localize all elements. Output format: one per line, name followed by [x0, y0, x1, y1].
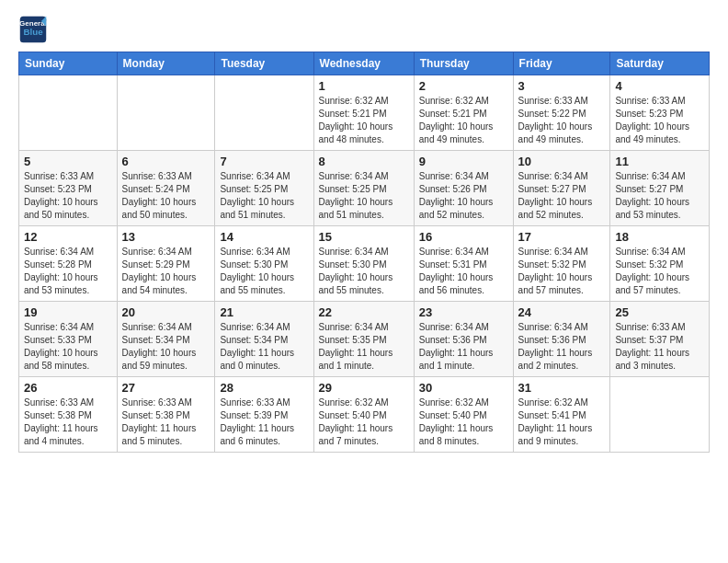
calendar-cell: 8Sunrise: 6:34 AMSunset: 5:25 PMDaylight…	[313, 151, 414, 226]
day-number: 13	[122, 230, 210, 244]
weekday-header-wednesday: Wednesday	[313, 52, 414, 75]
calendar-cell: 5Sunrise: 6:33 AMSunset: 5:23 PMDaylight…	[19, 151, 118, 226]
weekday-header-saturday: Saturday	[610, 52, 710, 75]
cell-info: Sunrise: 6:34 AMSunset: 5:30 PMDaylight:…	[220, 246, 308, 297]
week-row-1: 1Sunrise: 6:32 AMSunset: 5:21 PMDaylight…	[19, 75, 710, 151]
calendar-cell: 28Sunrise: 6:33 AMSunset: 5:39 PMDayligh…	[215, 377, 313, 453]
calendar-cell: 4Sunrise: 6:33 AMSunset: 5:23 PMDaylight…	[610, 75, 710, 151]
cell-info: Sunrise: 6:33 AMSunset: 5:24 PMDaylight:…	[122, 170, 210, 222]
week-row-5: 26Sunrise: 6:33 AMSunset: 5:38 PMDayligh…	[19, 377, 710, 453]
calendar-cell: 18Sunrise: 6:34 AMSunset: 5:32 PMDayligh…	[610, 226, 710, 302]
calendar-table: SundayMondayTuesdayWednesdayThursdayFrid…	[18, 52, 710, 453]
cell-info: Sunrise: 6:32 AMSunset: 5:40 PMDaylight:…	[419, 396, 508, 448]
cell-info: Sunrise: 6:34 AMSunset: 5:35 PMDaylight:…	[319, 321, 409, 373]
calendar-cell	[117, 75, 215, 151]
cell-info: Sunrise: 6:34 AMSunset: 5:32 PMDaylight:…	[615, 246, 704, 297]
day-number: 29	[319, 381, 409, 395]
cell-info: Sunrise: 6:34 AMSunset: 5:33 PMDaylight:…	[24, 321, 112, 373]
cell-info: Sunrise: 6:33 AMSunset: 5:39 PMDaylight:…	[220, 396, 308, 448]
day-number: 25	[615, 305, 704, 319]
calendar-cell: 12Sunrise: 6:34 AMSunset: 5:28 PMDayligh…	[19, 226, 118, 302]
calendar-header-row: SundayMondayTuesdayWednesdayThursdayFrid…	[19, 52, 710, 75]
day-number: 16	[419, 230, 508, 244]
cell-info: Sunrise: 6:34 AMSunset: 5:36 PMDaylight:…	[419, 321, 508, 373]
day-number: 30	[419, 381, 508, 395]
calendar-cell: 6Sunrise: 6:33 AMSunset: 5:24 PMDaylight…	[117, 151, 215, 226]
day-number: 7	[220, 155, 308, 168]
cell-info: Sunrise: 6:34 AMSunset: 5:29 PMDaylight:…	[122, 246, 210, 297]
calendar-cell: 7Sunrise: 6:34 AMSunset: 5:25 PMDaylight…	[215, 151, 313, 226]
calendar-cell: 31Sunrise: 6:32 AMSunset: 5:41 PMDayligh…	[513, 377, 610, 453]
cell-info: Sunrise: 6:33 AMSunset: 5:38 PMDaylight:…	[24, 396, 112, 448]
calendar-cell: 20Sunrise: 6:34 AMSunset: 5:34 PMDayligh…	[117, 302, 215, 377]
day-number: 19	[24, 305, 112, 319]
cell-info: Sunrise: 6:33 AMSunset: 5:23 PMDaylight:…	[24, 170, 112, 222]
cell-info: Sunrise: 6:33 AMSunset: 5:22 PMDaylight:…	[518, 95, 606, 146]
day-number: 17	[518, 230, 606, 244]
day-number: 22	[319, 305, 409, 319]
calendar-cell: 24Sunrise: 6:34 AMSunset: 5:36 PMDayligh…	[513, 302, 610, 377]
calendar-cell: 13Sunrise: 6:34 AMSunset: 5:29 PMDayligh…	[117, 226, 215, 302]
day-number: 10	[518, 155, 606, 168]
cell-info: Sunrise: 6:34 AMSunset: 5:34 PMDaylight:…	[220, 321, 308, 373]
logo-icon: General Blue	[18, 15, 48, 44]
calendar-cell: 3Sunrise: 6:33 AMSunset: 5:22 PMDaylight…	[513, 75, 610, 151]
page-header: General Blue	[18, 15, 710, 44]
cell-info: Sunrise: 6:34 AMSunset: 5:26 PMDaylight:…	[419, 170, 508, 222]
day-number: 12	[24, 230, 112, 244]
cell-info: Sunrise: 6:34 AMSunset: 5:36 PMDaylight:…	[518, 321, 606, 373]
weekday-header-friday: Friday	[513, 52, 610, 75]
calendar-cell: 29Sunrise: 6:32 AMSunset: 5:40 PMDayligh…	[313, 377, 414, 453]
week-row-3: 12Sunrise: 6:34 AMSunset: 5:28 PMDayligh…	[19, 226, 710, 302]
day-number: 8	[319, 155, 409, 168]
svg-text:Blue: Blue	[23, 27, 43, 37]
calendar-cell	[19, 75, 118, 151]
calendar-cell: 23Sunrise: 6:34 AMSunset: 5:36 PMDayligh…	[414, 302, 513, 377]
day-number: 24	[518, 305, 606, 319]
calendar-cell: 9Sunrise: 6:34 AMSunset: 5:26 PMDaylight…	[414, 151, 513, 226]
calendar-cell: 27Sunrise: 6:33 AMSunset: 5:38 PMDayligh…	[117, 377, 215, 453]
day-number: 11	[615, 155, 704, 168]
cell-info: Sunrise: 6:34 AMSunset: 5:25 PMDaylight:…	[319, 170, 409, 222]
day-number: 27	[122, 381, 210, 395]
day-number: 14	[220, 230, 308, 244]
cell-info: Sunrise: 6:34 AMSunset: 5:34 PMDaylight:…	[122, 321, 210, 373]
calendar-cell: 15Sunrise: 6:34 AMSunset: 5:30 PMDayligh…	[313, 226, 414, 302]
calendar-cell	[215, 75, 313, 151]
day-number: 3	[518, 79, 606, 93]
day-number: 9	[419, 155, 508, 168]
weekday-header-thursday: Thursday	[414, 52, 513, 75]
calendar-cell: 11Sunrise: 6:34 AMSunset: 5:27 PMDayligh…	[610, 151, 710, 226]
weekday-header-sunday: Sunday	[19, 52, 118, 75]
calendar-cell: 16Sunrise: 6:34 AMSunset: 5:31 PMDayligh…	[414, 226, 513, 302]
calendar-cell: 1Sunrise: 6:32 AMSunset: 5:21 PMDaylight…	[313, 75, 414, 151]
cell-info: Sunrise: 6:32 AMSunset: 5:21 PMDaylight:…	[419, 95, 508, 146]
day-number: 6	[122, 155, 210, 168]
calendar-cell: 25Sunrise: 6:33 AMSunset: 5:37 PMDayligh…	[610, 302, 710, 377]
cell-info: Sunrise: 6:32 AMSunset: 5:21 PMDaylight:…	[319, 95, 409, 146]
day-number: 31	[518, 381, 606, 395]
day-number: 5	[24, 155, 112, 168]
day-number: 20	[122, 305, 210, 319]
week-row-4: 19Sunrise: 6:34 AMSunset: 5:33 PMDayligh…	[19, 302, 710, 377]
day-number: 1	[319, 79, 409, 93]
cell-info: Sunrise: 6:34 AMSunset: 5:32 PMDaylight:…	[518, 246, 606, 297]
day-number: 28	[220, 381, 308, 395]
cell-info: Sunrise: 6:34 AMSunset: 5:31 PMDaylight:…	[419, 246, 508, 297]
calendar-cell: 10Sunrise: 6:34 AMSunset: 5:27 PMDayligh…	[513, 151, 610, 226]
weekday-header-tuesday: Tuesday	[215, 52, 313, 75]
cell-info: Sunrise: 6:34 AMSunset: 5:27 PMDaylight:…	[518, 170, 606, 222]
cell-info: Sunrise: 6:32 AMSunset: 5:40 PMDaylight:…	[319, 396, 409, 448]
day-number: 23	[419, 305, 508, 319]
cell-info: Sunrise: 6:33 AMSunset: 5:23 PMDaylight:…	[615, 95, 704, 146]
day-number: 2	[419, 79, 508, 93]
weekday-header-monday: Monday	[117, 52, 215, 75]
calendar-cell: 21Sunrise: 6:34 AMSunset: 5:34 PMDayligh…	[215, 302, 313, 377]
calendar-cell	[610, 377, 710, 453]
calendar-cell: 19Sunrise: 6:34 AMSunset: 5:33 PMDayligh…	[19, 302, 118, 377]
cell-info: Sunrise: 6:33 AMSunset: 5:37 PMDaylight:…	[615, 321, 704, 373]
cell-info: Sunrise: 6:34 AMSunset: 5:27 PMDaylight:…	[615, 170, 704, 222]
cell-info: Sunrise: 6:33 AMSunset: 5:38 PMDaylight:…	[122, 396, 210, 448]
calendar-cell: 22Sunrise: 6:34 AMSunset: 5:35 PMDayligh…	[313, 302, 414, 377]
cell-info: Sunrise: 6:32 AMSunset: 5:41 PMDaylight:…	[518, 396, 606, 448]
